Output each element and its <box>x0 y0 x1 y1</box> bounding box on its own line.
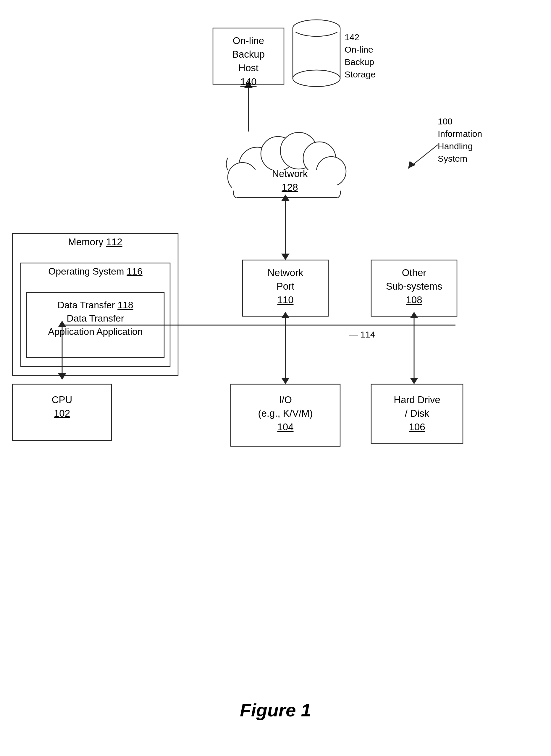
other-subsystems-label: OtherSub-systems 108 <box>371 266 457 307</box>
svg-marker-49 <box>408 161 416 168</box>
cpu-label: CPU 102 <box>12 393 111 420</box>
svg-marker-26 <box>281 254 290 260</box>
svg-rect-3 <box>293 28 340 32</box>
online-backup-host-label: On-line Backup Host 140 <box>213 34 284 89</box>
figure-label: Figure 1 <box>0 700 551 721</box>
diagram-svg <box>0 0 551 756</box>
svg-marker-35 <box>58 373 66 380</box>
svg-marker-39 <box>281 378 290 384</box>
svg-point-2 <box>293 70 340 87</box>
io-label: I/O(e.g., K/V/M) 104 <box>231 393 340 434</box>
data-transfer-label: Data Transfer 118 Data Transfer Applicat… <box>27 298 164 338</box>
diagram-container: On-line Backup Host 140 142 On-lineBacku… <box>0 0 551 756</box>
bus-label: — 114 <box>349 330 375 340</box>
info-handling-system-label: 100 InformationHandlingSystem <box>438 115 482 165</box>
online-backup-storage-label: 142 On-lineBackupStorage <box>345 31 376 81</box>
memory-label: Memory 112 <box>12 236 178 248</box>
operating-system-label: Operating System 116 <box>21 266 170 277</box>
network-port-label: NetworkPort 110 <box>242 266 328 307</box>
svg-marker-43 <box>410 378 418 384</box>
hard-drive-label: Hard Drive/ Disk 106 <box>371 393 463 434</box>
network-label: Network 128 <box>254 167 325 194</box>
